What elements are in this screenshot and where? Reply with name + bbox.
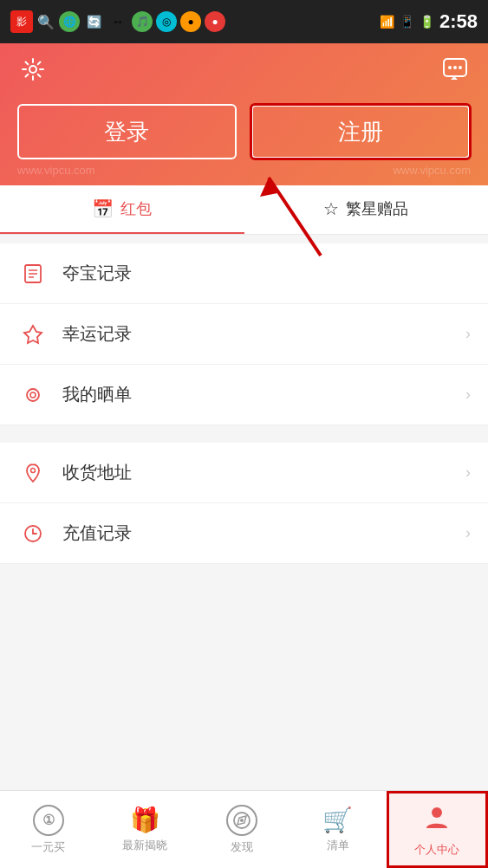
watermark-left: www.vipcu.com — [17, 164, 95, 177]
profile-icon — [422, 802, 452, 839]
tabs-row: 📅 红包 ☆ 繁星赠品 — [0, 185, 488, 235]
nav-discover[interactable]: 发现 — [193, 791, 290, 868]
menu-item-showlist[interactable]: 我的晒单 › — [0, 365, 488, 425]
latest-label: 最新揭晓 — [122, 838, 167, 853]
app-icon-6: ◎ — [156, 11, 177, 32]
settings-icon[interactable] — [17, 54, 49, 85]
app-icon-1: 影 — [10, 10, 33, 33]
app-icon-4: ↔ — [107, 11, 128, 32]
login-button[interactable]: 登录 — [17, 104, 237, 159]
svg-point-4 — [459, 66, 462, 69]
showlist-arrow: › — [465, 385, 471, 404]
app-icon-2: 🌐 — [59, 11, 80, 32]
menu-item-address[interactable]: 收货地址 › — [0, 443, 488, 503]
hongbao-icon: 📅 — [92, 198, 114, 219]
status-bar-left: 影 🔍 🌐 🔄 ↔ 🎵 ◎ ● ● — [10, 10, 225, 33]
watermark-right: www.vipcu.com — [393, 164, 471, 177]
header-area: 登录 注册 www.vipcu.com www.vipcu.com — [0, 43, 488, 185]
bottom-nav: ① 一元买 🎁 最新揭晓 发现 🛒 清单 个人中心 — [0, 790, 488, 868]
signal-icon: 📱 — [400, 15, 414, 29]
app-icon-5: 🎵 — [132, 11, 153, 32]
tab-gifts[interactable]: ☆ 繁星赠品 — [244, 185, 489, 234]
svg-point-11 — [27, 389, 39, 401]
recharge-icon — [17, 518, 49, 549]
app-icon-3: 🔄 — [83, 11, 104, 32]
latest-icon: 🎁 — [130, 806, 160, 834]
discover-label: 发现 — [231, 839, 253, 855]
showlist-icon — [17, 379, 49, 411]
register-button[interactable]: 注册 — [251, 104, 472, 159]
recharge-label: 充值记录 — [62, 521, 465, 545]
menu-item-lucky-record[interactable]: 幸运记录 › — [0, 304, 488, 365]
nav-latest[interactable]: 🎁 最新揭晓 — [96, 791, 192, 868]
tab-hongbao[interactable]: 📅 红包 — [0, 185, 244, 234]
gifts-icon: ☆ — [323, 198, 339, 219]
lucky-record-arrow: › — [465, 325, 471, 343]
lucky-record-icon — [17, 319, 49, 350]
snatch-record-icon — [17, 258, 49, 289]
wifi-icon: 📶 — [380, 15, 394, 29]
svg-point-0 — [29, 66, 36, 73]
cart-label: 清单 — [327, 838, 349, 853]
nav-yiyuan[interactable]: ① 一元买 — [0, 791, 96, 868]
nav-cart[interactable]: 🛒 清单 — [290, 791, 386, 868]
menu-list-2: 收货地址 › 充值记录 › — [0, 443, 488, 564]
cart-icon: 🛒 — [322, 806, 353, 834]
app-icon-8: ● — [205, 11, 225, 32]
lucky-record-label: 幸运记录 — [62, 322, 465, 346]
menu-divider-1 — [0, 425, 488, 434]
status-time: 2:58 — [439, 10, 478, 33]
message-icon[interactable] — [439, 54, 471, 85]
app-icon-7: ● — [180, 11, 201, 32]
snatch-record-label: 夺宝记录 — [62, 262, 471, 285]
profile-label: 个人中心 — [414, 842, 459, 858]
discover-icon — [226, 805, 257, 836]
menu-item-snatch-record[interactable]: 夺宝记录 — [0, 243, 488, 304]
svg-point-18 — [432, 807, 442, 818]
address-arrow: › — [465, 463, 471, 482]
header-top — [17, 43, 471, 95]
yiyuan-icon: ① — [33, 805, 64, 836]
svg-point-13 — [31, 468, 36, 472]
status-indicators: 📶 📱 🔋 2:58 — [380, 10, 478, 33]
showlist-label: 我的晒单 — [62, 383, 465, 406]
svg-point-3 — [453, 66, 457, 69]
auth-buttons: 登录 注册 — [17, 104, 471, 159]
svg-point-2 — [448, 66, 452, 69]
yiyuan-label: 一元买 — [31, 839, 65, 855]
menu-list: 夺宝记录 幸运记录 › 我的晒单 › — [0, 243, 488, 425]
svg-point-12 — [30, 392, 36, 398]
recharge-arrow: › — [465, 524, 471, 542]
nav-profile[interactable]: 个人中心 — [387, 791, 488, 868]
menu-item-recharge[interactable]: 充值记录 › — [0, 503, 488, 564]
battery-icon: 🔋 — [420, 15, 434, 29]
svg-point-17 — [240, 819, 244, 822]
search-icon: 🔍 — [36, 12, 55, 31]
address-icon — [17, 457, 49, 489]
status-bar: 影 🔍 🌐 🔄 ↔ 🎵 ◎ ● ● 📶 📱 🔋 2:58 — [0, 0, 488, 43]
address-label: 收货地址 — [62, 461, 465, 484]
